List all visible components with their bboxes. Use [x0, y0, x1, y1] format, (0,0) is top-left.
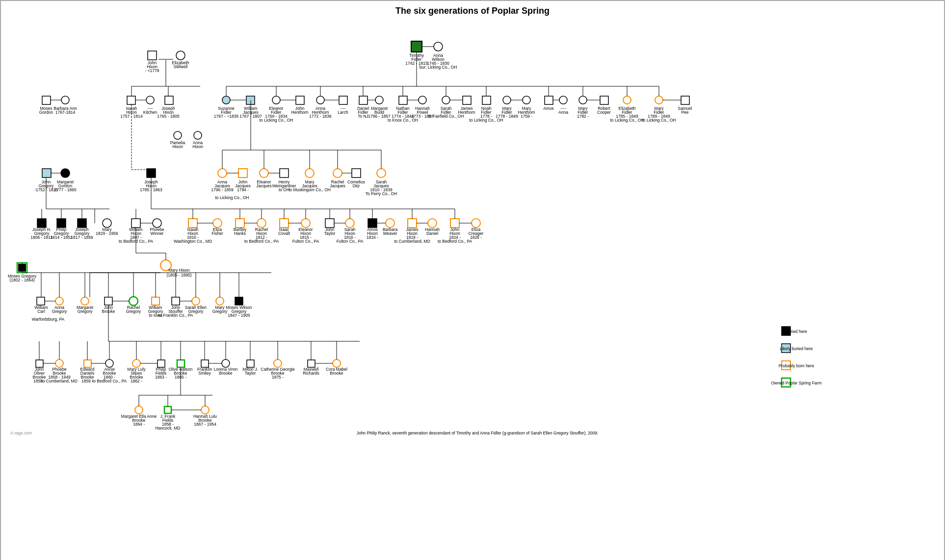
- svg-point-341: [81, 297, 89, 305]
- svg-point-252: [213, 219, 222, 228]
- svg-text:to Bedford Co., PA: to Bedford Co., PA: [244, 239, 279, 244]
- svg-text:Jacques: Jacques: [330, 183, 345, 188]
- svg-point-151: [61, 96, 69, 104]
- svg-rect-300: [450, 219, 459, 228]
- svg-text:Smiley: Smiley: [198, 371, 211, 376]
- svg-point-277: [345, 219, 354, 228]
- legend-owned-farm-label: Owned Poplar Spring Farm: [771, 381, 822, 385]
- svg-rect-117: [600, 96, 608, 104]
- svg-point-102: [523, 96, 530, 104]
- svg-rect-247: [188, 219, 197, 228]
- svg-point-287: [386, 219, 394, 228]
- svg-point-268: [301, 219, 310, 228]
- svg-text:1847 - 1905: 1847 - 1905: [228, 313, 250, 318]
- svg-point-121: [623, 96, 631, 104]
- svg-text:1829 - 1956: 1829 - 1956: [96, 231, 118, 236]
- legend-probably-born-label: Probably born here: [779, 363, 814, 368]
- svg-rect-223: [78, 219, 86, 228]
- svg-point-180: [260, 169, 268, 178]
- svg-text:Fulton Co., PA: Fulton Co., PA: [337, 239, 364, 244]
- chart-title: The six generations of Poplar Spring: [6, 6, 939, 16]
- family-tree-svg: John Hixon - <1778 Elizabeth Stillwell T…: [6, 20, 939, 560]
- svg-text:Warfordsburg, PA: Warfordsburg, PA: [32, 317, 65, 322]
- svg-point-386: [55, 359, 63, 367]
- svg-point-37: [194, 131, 202, 139]
- svg-rect-1: [148, 51, 157, 60]
- svg-point-126: [655, 96, 663, 104]
- svg-text:1859 -: 1859 -: [81, 379, 93, 383]
- svg-point-228: [103, 219, 111, 228]
- svg-text:Taylor: Taylor: [324, 231, 336, 236]
- svg-text:1817 - 1856: 1817 - 1856: [71, 235, 93, 240]
- svg-point-427: [222, 359, 230, 367]
- svg-text:Henthorn: Henthorn: [291, 110, 309, 115]
- legend-likely-buried-label: Likely buried here: [780, 346, 813, 351]
- svg-text:Daniel: Daniel: [426, 231, 438, 236]
- svg-text:1765 - 1805: 1765 - 1805: [157, 114, 180, 119]
- svg-rect-174: [238, 169, 247, 178]
- svg-point-170: [218, 169, 227, 178]
- svg-rect-213: [37, 219, 46, 228]
- svg-rect-274: [325, 219, 334, 228]
- svg-rect-423: [201, 360, 209, 367]
- svg-rect-62: [339, 96, 347, 104]
- svg-text:Washington Co., MD: Washington Co., MD: [174, 239, 212, 244]
- svg-point-49: [272, 96, 280, 104]
- svg-rect-236: [131, 219, 140, 228]
- svg-text:1767 - ~1835: 1767 - ~1835: [214, 114, 239, 119]
- svg-rect-256: [236, 219, 244, 228]
- svg-text:Weaver: Weaver: [383, 231, 397, 236]
- svg-text:Fisher: Fisher: [211, 231, 223, 236]
- svg-rect-8: [411, 41, 422, 52]
- svg-text:1767-1814: 1767-1814: [55, 110, 76, 115]
- svg-rect-218: [57, 219, 66, 228]
- svg-rect-75: [399, 96, 407, 104]
- watermark-text: A-rage.com: [10, 431, 32, 435]
- svg-point-34: [174, 131, 182, 139]
- svg-rect-432: [247, 360, 254, 367]
- svg-point-58: [316, 96, 324, 104]
- svg-text:Larch: Larch: [338, 110, 348, 115]
- svg-rect-373: [235, 297, 243, 305]
- svg-text:to Licking Co., OH: to Licking Co., OH: [215, 195, 249, 200]
- svg-point-296: [428, 219, 437, 228]
- svg-text:Gregory: Gregory: [212, 309, 228, 314]
- svg-rect-93: [482, 96, 491, 104]
- footer-text: John Philip Ranck, seventh generation de…: [357, 431, 599, 435]
- svg-text:Cooper: Cooper: [597, 110, 611, 115]
- svg-rect-412: [158, 360, 165, 367]
- svg-text:1816 -: 1816 -: [367, 235, 378, 240]
- svg-point-463: [201, 406, 209, 414]
- svg-text:1864 -: 1864 -: [133, 422, 145, 427]
- svg-text:1826 -: 1826 -: [470, 235, 482, 240]
- svg-text:to Licking Co., OH: to Licking Co., OH: [642, 118, 676, 123]
- svg-text:Ditz: Ditz: [353, 183, 360, 188]
- svg-text:Gordon: Gordon: [39, 110, 53, 115]
- svg-text:Henthorn: Henthorn: [458, 110, 475, 115]
- legend-buried-label: Buried here: [786, 329, 807, 334]
- svg-text:To Perry Co., OH: To Perry Co., OH: [366, 191, 397, 196]
- svg-text:Gregory: Gregory: [126, 309, 141, 314]
- svg-text:to Licking Co., OH: to Licking Co., OH: [610, 118, 644, 123]
- svg-text:Brooke: Brooke: [330, 371, 343, 376]
- svg-point-5: [176, 51, 185, 60]
- chart-container: The six generations of Poplar Spring Joh…: [0, 0, 945, 560]
- svg-text:1759 -: 1759 -: [521, 114, 532, 119]
- svg-text:Fulton Co., PA: Fulton Co., PA: [292, 239, 319, 244]
- svg-text:bur: Licking Co., OH: bur: Licking Co., OH: [420, 65, 457, 70]
- svg-rect-291: [408, 219, 417, 228]
- svg-text:to Bedford Co., PA: to Bedford Co., PA: [92, 379, 127, 383]
- svg-text:Gregory: Gregory: [52, 309, 67, 314]
- svg-text:Mary Hixon: Mary Hixon: [169, 268, 190, 273]
- svg-rect-183: [280, 169, 289, 178]
- svg-rect-54: [296, 96, 304, 104]
- svg-point-369: [216, 297, 224, 305]
- svg-rect-354: [152, 297, 159, 305]
- svg-text:1772 - 1836: 1772 - 1836: [309, 114, 332, 119]
- svg-point-70: [375, 96, 383, 104]
- svg-point-98: [503, 96, 511, 104]
- svg-point-188: [305, 169, 314, 178]
- svg-rect-441: [308, 360, 315, 367]
- svg-rect-393: [84, 360, 91, 367]
- svg-rect-20: [127, 96, 135, 104]
